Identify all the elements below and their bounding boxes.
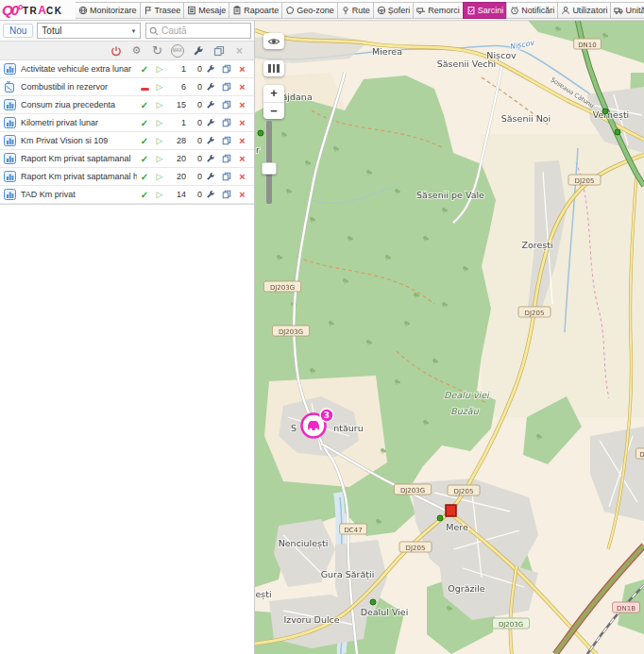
task-row[interactable]: Raport Km privat saptamanal html ✓ ▷ 20 … xyxy=(0,168,254,186)
copy-icon[interactable] xyxy=(218,186,234,203)
status-disabled-icon xyxy=(137,82,152,92)
copy-icon[interactable] xyxy=(218,96,234,113)
copy-icon[interactable] xyxy=(218,150,234,167)
top-nav: Q0° TRACK Monitorizare Trasee Mesaje Rap… xyxy=(0,0,644,21)
execute-icon[interactable]: ▷ xyxy=(152,190,167,199)
runs-count: 1 xyxy=(167,64,186,74)
refresh-icon[interactable]: ↻ xyxy=(150,43,164,58)
poi-dot-marker[interactable] xyxy=(258,130,263,136)
map-canvas[interactable]: DN10DJ205DJ203GDJ203GDJ205DJ203GDJ205DC4… xyxy=(255,21,644,654)
runs-count: 20 xyxy=(167,172,186,181)
poi-dot-marker[interactable] xyxy=(615,129,620,135)
close-icon[interactable]: × xyxy=(232,43,246,58)
gears-icon[interactable]: ⚙ xyxy=(129,43,144,58)
wrench-icon[interactable] xyxy=(191,43,205,58)
task-row[interactable]: Consum ziua precedenta ✓ ▷ 15 0 × xyxy=(0,96,254,114)
bars-icon xyxy=(268,64,271,73)
execute-icon[interactable]: ▷ xyxy=(152,100,167,109)
copy-icon[interactable] xyxy=(218,168,234,185)
map-slider-handle[interactable] xyxy=(262,162,277,175)
unit-red-marker[interactable] xyxy=(446,505,456,516)
filter-dropdown[interactable]: Totul ▼ xyxy=(37,23,141,39)
status-enabled-icon: ✓ xyxy=(137,154,152,164)
svg-text:DJ205: DJ205 xyxy=(525,310,545,317)
svg-text:DJ203G: DJ203G xyxy=(499,621,523,629)
map-place-label: ești xyxy=(255,589,271,600)
execute-icon[interactable]: ▷ xyxy=(152,154,167,163)
execute-icon[interactable]: ▷ xyxy=(152,172,167,181)
copy-icon[interactable] xyxy=(218,114,234,131)
road-shield: D xyxy=(636,448,644,459)
zoom-out-button[interactable]: − xyxy=(263,103,284,120)
execute-icon[interactable]: ▷ xyxy=(152,64,167,74)
filter-value: Totul xyxy=(42,25,61,36)
properties-wrench-icon[interactable] xyxy=(202,150,218,167)
properties-wrench-icon[interactable] xyxy=(202,78,218,95)
tab-unitati[interactable]: Unități xyxy=(610,2,644,19)
runs-count: 20 xyxy=(167,154,186,163)
delete-icon[interactable]: × xyxy=(234,63,250,75)
task-row[interactable]: Kilometri privat lunar ✓ ▷ 1 0 × xyxy=(0,114,254,132)
layers-bars-button[interactable] xyxy=(263,60,284,76)
delete-icon[interactable]: × xyxy=(234,135,250,146)
svg-text:DJ205: DJ205 xyxy=(575,177,595,185)
copy-icon[interactable] xyxy=(218,78,234,95)
power-icon[interactable] xyxy=(109,43,123,58)
task-row[interactable]: Activitate vehicule extra lunar ✓ ▷ 1 0 … xyxy=(0,60,254,78)
tab-geo-zone[interactable]: Geo-zone xyxy=(281,2,338,19)
search-input[interactable] xyxy=(161,25,245,36)
execute-icon[interactable]: ▷ xyxy=(152,136,167,145)
road-shield: DJ205 xyxy=(399,542,432,552)
poi-dot-marker[interactable] xyxy=(437,515,443,521)
road-shield: DJ205 xyxy=(568,175,601,185)
road-shield: DJ203G xyxy=(492,618,529,629)
tab-remorci[interactable]: Remorci xyxy=(413,2,464,19)
map-place-label: Nișcov xyxy=(486,50,517,61)
tab-notificari[interactable]: Notificări xyxy=(506,2,558,19)
tab-sarcini[interactable]: Sarcini xyxy=(463,2,508,19)
tab-rapoarte[interactable]: Rapoarte xyxy=(229,2,282,19)
task-row[interactable]: Combustibil in rezervor ▷ 6 0 × xyxy=(0,78,254,96)
app-logo: Q0° TRACK xyxy=(0,0,76,21)
zoom-in-button[interactable]: + xyxy=(263,85,284,103)
copy-icon[interactable] xyxy=(212,43,226,58)
delete-icon[interactable]: × xyxy=(234,117,250,128)
task-row[interactable]: Raport Km privat saptamanal ✓ ▷ 20 0 × xyxy=(0,150,254,168)
delete-icon[interactable]: × xyxy=(234,81,250,92)
execute-icon[interactable]: ▷ xyxy=(152,82,167,92)
poi-dot-marker[interactable] xyxy=(602,109,608,114)
tab-trasee[interactable]: Trasee xyxy=(140,2,185,19)
copy-icon[interactable] xyxy=(218,132,234,149)
report-chart-icon xyxy=(4,153,16,164)
properties-wrench-icon[interactable] xyxy=(202,114,218,131)
task-row[interactable]: Km Privat Vision si 109 ✓ ▷ 28 0 × xyxy=(0,132,254,150)
visibility-eye-button[interactable] xyxy=(263,33,284,49)
map-render: DN10DJ205DJ203GDJ203GDJ205DJ203GDJ205DC4… xyxy=(255,21,644,654)
copy-icon[interactable] xyxy=(218,60,234,77)
max-icon[interactable]: MAX xyxy=(171,44,184,58)
svg-text:D: D xyxy=(639,451,644,459)
tab-utilizatori[interactable]: Utilizatori xyxy=(557,2,611,19)
tab-soferi[interactable]: Șoferi xyxy=(373,2,415,19)
properties-wrench-icon[interactable] xyxy=(202,186,218,203)
report-chart-icon xyxy=(4,189,16,200)
map-place-label: Gura Sărății xyxy=(321,569,375,580)
properties-wrench-icon[interactable] xyxy=(202,132,218,149)
new-task-button[interactable]: Nou xyxy=(3,24,33,38)
map-place-label: Vernești xyxy=(593,109,630,121)
report-chart-icon xyxy=(4,99,16,110)
task-row[interactable]: TAD Km privat ✓ ▷ 14 0 × xyxy=(0,186,254,204)
delete-icon[interactable]: × xyxy=(234,189,250,200)
execute-icon[interactable]: ▷ xyxy=(152,118,167,127)
steering-wheel-icon xyxy=(377,6,386,15)
properties-wrench-icon[interactable] xyxy=(202,168,218,185)
delete-icon[interactable]: × xyxy=(234,171,250,182)
poi-dot-marker[interactable] xyxy=(370,599,376,605)
delete-icon[interactable]: × xyxy=(234,99,250,110)
delete-icon[interactable]: × xyxy=(234,153,250,164)
tab-rute[interactable]: Rute xyxy=(337,2,374,19)
tab-mesaje[interactable]: Mesaje xyxy=(183,2,229,19)
tab-monitorizare[interactable]: Monitorizare xyxy=(76,2,141,19)
properties-wrench-icon[interactable] xyxy=(202,60,218,77)
properties-wrench-icon[interactable] xyxy=(202,96,218,113)
